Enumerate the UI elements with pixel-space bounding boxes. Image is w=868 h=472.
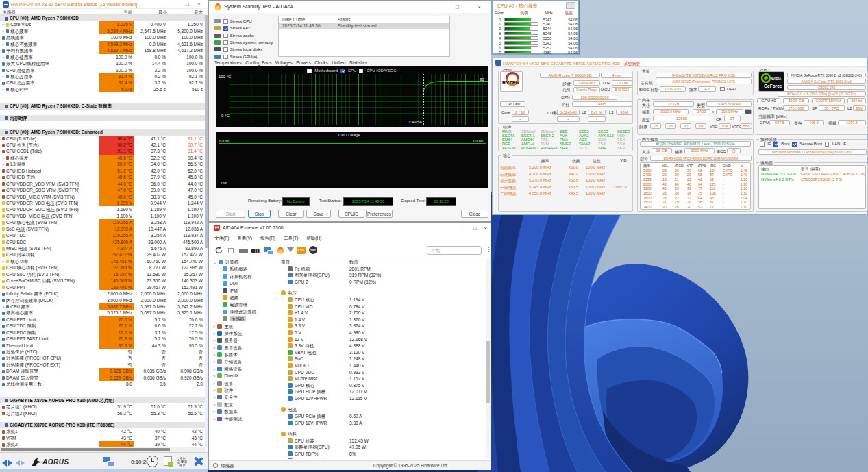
- svg-text:RYZEN: RYZEN: [502, 79, 519, 86]
- svg-text:GeForce: GeForce: [764, 84, 782, 88]
- svg-text:NVIDIA: NVIDIA: [771, 77, 782, 81]
